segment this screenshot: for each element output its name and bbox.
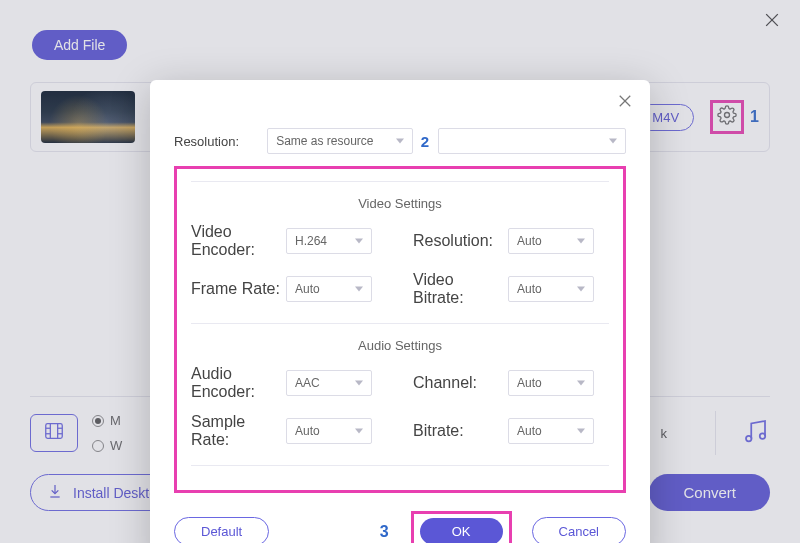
annotation-3: 3 — [380, 523, 389, 541]
chevron-down-icon — [577, 429, 585, 434]
annotation-2: 2 — [421, 133, 429, 150]
default-button[interactable]: Default — [174, 517, 269, 543]
top-resolution-value: Same as resource — [276, 134, 373, 148]
modal-close-button[interactable] — [616, 92, 634, 114]
top-resolution-label: Resolution: — [174, 134, 267, 149]
chevron-down-icon — [609, 139, 617, 144]
video-resolution-value: Auto — [517, 234, 542, 248]
video-bitrate-select[interactable]: Auto — [508, 276, 594, 302]
audio-encoder-value: AAC — [295, 376, 320, 390]
sample-rate-select[interactable]: Auto — [286, 418, 372, 444]
ok-highlight-frame: OK — [411, 511, 512, 543]
sample-rate-value: Auto — [295, 424, 320, 438]
audio-bitrate-value: Auto — [517, 424, 542, 438]
chevron-down-icon — [396, 139, 404, 144]
top-second-select[interactable] — [438, 128, 626, 154]
top-resolution-select[interactable]: Same as resource — [267, 128, 413, 154]
chevron-down-icon — [355, 429, 363, 434]
chevron-down-icon — [577, 239, 585, 244]
video-encoder-label: Video Encoder: — [191, 223, 286, 259]
frame-rate-select[interactable]: Auto — [286, 276, 372, 302]
chevron-down-icon — [355, 381, 363, 386]
chevron-down-icon — [577, 287, 585, 292]
video-bitrate-value: Auto — [517, 282, 542, 296]
settings-modal: Resolution: Same as resource 2 Video Set… — [150, 80, 650, 543]
audio-encoder-select[interactable]: AAC — [286, 370, 372, 396]
video-encoder-select[interactable]: H.264 — [286, 228, 372, 254]
chevron-down-icon — [577, 381, 585, 386]
cancel-button[interactable]: Cancel — [532, 517, 626, 543]
audio-encoder-label: Audio Encoder: — [191, 365, 286, 401]
sample-rate-label: Sample Rate: — [191, 413, 286, 449]
close-icon — [616, 96, 634, 113]
channel-label: Channel: — [413, 374, 508, 392]
frame-rate-value: Auto — [295, 282, 320, 296]
chevron-down-icon — [355, 239, 363, 244]
video-settings-title: Video Settings — [191, 192, 609, 215]
video-bitrate-label: Video Bitrate: — [413, 271, 508, 307]
audio-settings-title: Audio Settings — [191, 334, 609, 357]
frame-rate-label: Frame Rate: — [191, 280, 286, 298]
chevron-down-icon — [355, 287, 363, 292]
video-resolution-label: Resolution: — [413, 232, 508, 250]
settings-frame: Video Settings Video Encoder:H.264 Resol… — [174, 166, 626, 493]
channel-select[interactable]: Auto — [508, 370, 594, 396]
ok-button[interactable]: OK — [420, 518, 503, 543]
channel-value: Auto — [517, 376, 542, 390]
audio-bitrate-label: Bitrate: — [413, 422, 508, 440]
video-resolution-select[interactable]: Auto — [508, 228, 594, 254]
video-encoder-value: H.264 — [295, 234, 327, 248]
audio-bitrate-select[interactable]: Auto — [508, 418, 594, 444]
